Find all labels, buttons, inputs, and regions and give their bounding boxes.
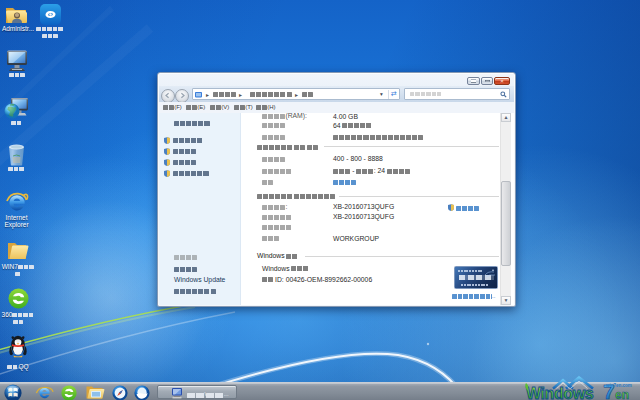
svg-text:win7en.com: win7en.com	[605, 383, 632, 388]
svg-text:Windows: Windows	[526, 385, 594, 400]
svg-text:en: en	[615, 388, 629, 400]
